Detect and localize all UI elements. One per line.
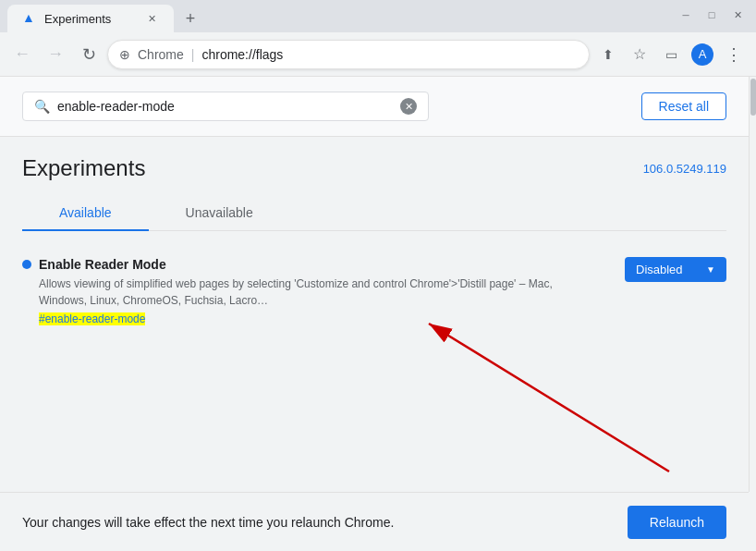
profile-button[interactable]: A [688, 40, 717, 69]
address-text: Chrome | chrome://flags [138, 47, 283, 62]
navigation-bar: Chrome | chrome://flags A [0, 32, 756, 77]
share-icon [603, 46, 614, 63]
active-tab[interactable]: Experiments ✕ [7, 5, 174, 32]
tab-available[interactable]: Available [22, 196, 149, 231]
maximize-icon [709, 9, 715, 20]
relaunch-button[interactable]: Relaunch [628, 506, 726, 539]
search-input-wrap[interactable]: 🔍 ✕ [22, 92, 429, 121]
search-icon: 🔍 [34, 99, 50, 114]
cast-button[interactable] [656, 40, 686, 69]
tab-favicon [22, 11, 37, 26]
reload-icon [82, 44, 96, 65]
experiment-control: Disabled ▼ [625, 257, 726, 282]
experiment-description: Allows viewing of simplified web pages b… [39, 276, 575, 309]
experiment-dropdown[interactable]: Disabled ▼ [625, 257, 726, 282]
tab-title: Experiments [44, 12, 137, 26]
titlebar: Experiments ✕ + [0, 0, 756, 32]
svg-line-1 [429, 324, 669, 471]
new-tab-button[interactable]: + [177, 6, 203, 31]
bookmark-icon [633, 45, 646, 63]
reload-button[interactable] [74, 40, 104, 69]
minimize-icon [682, 9, 689, 20]
tab-unavailable[interactable]: Unavailable [149, 196, 290, 231]
share-button[interactable] [593, 40, 623, 69]
tabs-row: Available Unavailable [22, 196, 726, 231]
profile-avatar: A [691, 43, 713, 66]
relaunch-message: Your changes will take effect the next t… [22, 515, 394, 530]
scrollbar-thumb [750, 79, 756, 116]
forward-button[interactable] [41, 40, 70, 69]
menu-button[interactable] [719, 40, 749, 69]
page-title: Experiments [22, 155, 145, 181]
scrollbar[interactable] [749, 77, 756, 492]
chrome-label: Chrome [138, 47, 184, 62]
window-controls [675, 4, 749, 26]
clear-search-button[interactable]: ✕ [400, 98, 417, 115]
site-info-icon [119, 46, 130, 63]
url-text: chrome://flags [201, 47, 283, 62]
cast-icon [665, 46, 677, 63]
search-input[interactable] [57, 99, 393, 114]
tab-close-button[interactable]: ✕ [144, 11, 159, 26]
address-bar[interactable]: Chrome | chrome://flags [107, 40, 590, 69]
page-header: Experiments 106.0.5249.119 [22, 155, 726, 181]
version-number: 106.0.5249.119 [643, 162, 726, 176]
reset-all-button[interactable]: Reset all [641, 92, 726, 120]
dropdown-label: Disabled [636, 263, 683, 276]
experiment-name: Enable Reader Mode [39, 257, 166, 272]
experiment-item: Enable Reader Mode Allows viewing of sim… [22, 250, 726, 334]
bottom-bar: Your changes will take effect the next t… [0, 492, 749, 551]
menu-icon [726, 44, 742, 65]
minimize-button[interactable] [675, 4, 697, 26]
close-button[interactable] [726, 4, 749, 26]
experiment-indicator [22, 260, 31, 269]
experiment-header: Enable Reader Mode [22, 257, 726, 272]
maximize-button[interactable] [701, 4, 723, 26]
dropdown-arrow-icon: ▼ [706, 264, 715, 275]
main-content: 🔍 ✕ Reset all Experiments 106.0.5249.119… [0, 77, 749, 492]
back-icon [14, 44, 30, 64]
forward-icon [47, 44, 64, 64]
content-wrapper: 🔍 ✕ Reset all Experiments 106.0.5249.119… [0, 77, 756, 492]
page-content: Experiments 106.0.5249.119 Available Una… [0, 137, 749, 352]
address-separator: | [191, 47, 195, 62]
toolbar-icons: A [593, 40, 749, 69]
back-button[interactable] [7, 40, 37, 69]
close-icon [734, 9, 742, 21]
experiment-anchor-link[interactable]: #enable-reader-mode [39, 312, 145, 325]
search-bar: 🔍 ✕ Reset all [0, 77, 749, 137]
bookmark-button[interactable] [625, 40, 654, 69]
